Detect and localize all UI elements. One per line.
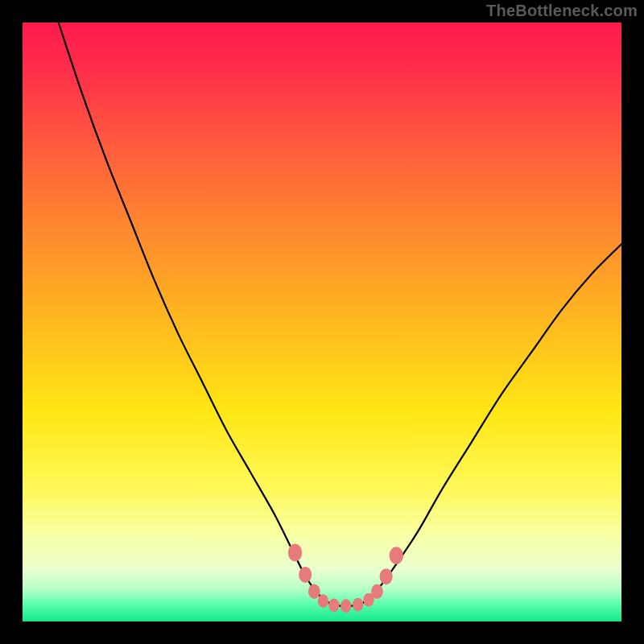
curve-marker bbox=[341, 599, 351, 613]
curve-marker bbox=[390, 547, 403, 564]
watermark-text: TheBottleneck.com bbox=[486, 2, 638, 20]
curve-marker bbox=[380, 568, 393, 584]
curve-markers bbox=[288, 544, 403, 613]
bottleneck-curve bbox=[59, 23, 621, 606]
curve-marker bbox=[299, 567, 312, 583]
chart-frame: TheBottleneck.com bbox=[0, 0, 644, 644]
plot-area bbox=[23, 23, 621, 621]
curve-marker bbox=[353, 598, 363, 612]
curve-layer bbox=[23, 23, 621, 621]
curve-marker bbox=[371, 584, 383, 599]
curve-marker bbox=[328, 599, 339, 613]
curve-marker bbox=[318, 594, 328, 608]
curve-marker bbox=[308, 584, 320, 599]
curve-marker bbox=[288, 544, 302, 562]
